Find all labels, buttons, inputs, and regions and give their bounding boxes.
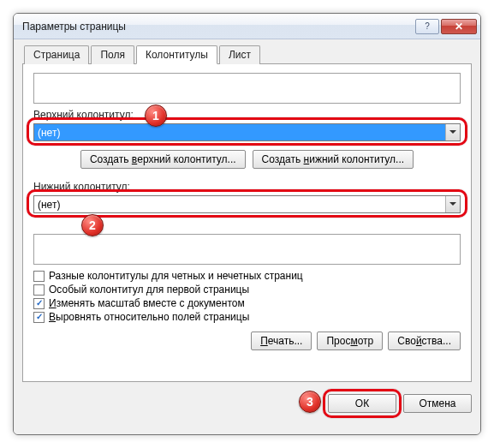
preview-button[interactable]: Просмотр [317, 332, 383, 350]
odd-even-label: Разные колонтитулы для четных и нечетных… [49, 270, 303, 282]
align-checkbox[interactable] [33, 312, 45, 323]
header-combo[interactable]: (нет) [33, 123, 461, 141]
create-header-button[interactable]: Создать верхний колонтитул... [80, 150, 246, 169]
odd-even-checkbox[interactable] [33, 271, 45, 282]
footer-combo-value: (нет) [34, 196, 445, 212]
scale-checkbox[interactable] [33, 298, 45, 309]
align-label: Выровнять относительно полей страницы [49, 311, 249, 323]
close-button[interactable]: ✕ [441, 19, 477, 34]
window-title: Параметры страницы [22, 21, 414, 33]
annotation-marker-2: 2 [81, 214, 104, 236]
properties-button[interactable]: Свойства... [388, 332, 461, 350]
tab-page[interactable]: Страница [24, 45, 89, 64]
footer-preview [33, 234, 461, 265]
footer-combo[interactable]: (нет) [33, 195, 461, 213]
tab-sheet[interactable]: Лист [219, 45, 260, 64]
create-footer-button[interactable]: Создать нижний колонтитул... [253, 150, 414, 169]
annotation-marker-3: 3 [299, 391, 321, 413]
tab-fields[interactable]: Поля [91, 45, 134, 64]
cancel-button[interactable]: Отмена [403, 394, 472, 413]
help-button[interactable]: ? [415, 19, 439, 34]
print-button[interactable]: Печать... [251, 332, 312, 350]
page-setup-dialog: Параметры страницы ? ✕ Страница Поля Кол… [13, 13, 481, 435]
first-page-label: Особый колонтитул для первой страницы [49, 284, 249, 296]
first-page-checkbox[interactable] [33, 284, 45, 296]
tab-strip: Страница Поля Колонтитулы Лист [24, 45, 472, 64]
header-combo-label: Верхний колонтитул: [33, 109, 461, 121]
header-combo-value: (нет) [34, 124, 445, 140]
footer-combo-label: Нижний колонтитул: [33, 181, 461, 193]
annotation-marker-1: 1 [145, 105, 167, 127]
tab-headers[interactable]: Колонтитулы [136, 45, 217, 64]
titlebar[interactable]: Параметры страницы ? ✕ [14, 14, 480, 39]
scale-label: Изменять масштаб вместе с документом [49, 297, 245, 309]
header-preview [33, 73, 461, 104]
ok-button[interactable]: ОК [328, 394, 396, 413]
tab-panel-headers: Верхний колонтитул: (нет) 1 Создать верх… [22, 63, 472, 382]
chevron-down-icon[interactable] [445, 124, 460, 140]
chevron-down-icon[interactable] [445, 196, 460, 212]
